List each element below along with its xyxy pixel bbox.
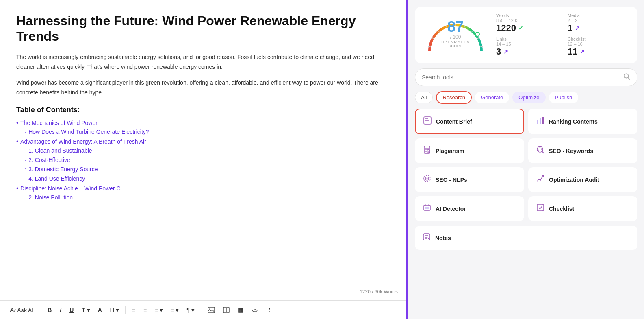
- tab-all[interactable]: All: [415, 92, 433, 103]
- toolbar-divider-2: [125, 306, 126, 314]
- article-panel: Harnessing the Future: Wind Power Renewa…: [0, 0, 406, 319]
- ask-ai-button[interactable]: Ai Ask AI: [7, 305, 37, 315]
- paragraph-button[interactable]: ¶ ▾: [184, 305, 197, 315]
- heading-button[interactable]: H ▾: [108, 305, 121, 315]
- optimization-audit-label: Optimization Audit: [549, 177, 599, 183]
- toc-link-noise[interactable]: 2. Noise Pollution: [28, 194, 73, 201]
- text-format-button[interactable]: T ▾: [79, 305, 92, 315]
- list-item: 1. Clean and Sustainable: [24, 147, 390, 154]
- tool-ranking-contents[interactable]: Ranking Contents: [528, 109, 637, 134]
- ordered-list-button[interactable]: ≡ ▾: [152, 305, 165, 315]
- search-input[interactable]: [422, 74, 620, 81]
- svg-point-33: [427, 178, 428, 179]
- link-button[interactable]: [249, 306, 261, 315]
- list-item: How Does a Wind Turbine Generate Electri…: [24, 128, 390, 135]
- link-icon: [251, 307, 258, 313]
- svg-rect-23: [542, 117, 544, 124]
- ai-detector-label: AI Detector: [436, 205, 466, 212]
- list-item: 3. Domestic Energy Source: [24, 166, 390, 173]
- list-item: 2. Cost-Effective: [24, 156, 390, 164]
- tool-grid: Content Brief Ranking Contents Plagiaris…: [415, 109, 637, 221]
- tab-optimize[interactable]: Optimize: [512, 92, 545, 103]
- optimization-gauge: 87 / 100 OPTIMIZATION SCORE: [423, 15, 488, 55]
- columns-button[interactable]: ▦: [235, 305, 245, 315]
- list-item: 4. Land Use Efficiency: [24, 175, 390, 182]
- toc-link-mechanics[interactable]: The Mechanics of Wind Power: [20, 120, 98, 126]
- image-icon: [208, 307, 215, 313]
- word-count: 1220 / 60k Words: [360, 289, 398, 295]
- align-center-button[interactable]: ≡: [141, 305, 149, 315]
- svg-rect-34: [424, 205, 430, 210]
- seo-nlps-label: SEO - NLPs: [436, 177, 467, 183]
- stat-media-label: Media: [568, 13, 629, 18]
- bullet-list-button[interactable]: ≡ ▾: [168, 305, 181, 315]
- tool-seo-nlps[interactable]: SEO - NLPs: [415, 167, 524, 192]
- tab-publish[interactable]: Publish: [549, 92, 579, 103]
- notes-icon: [422, 232, 431, 243]
- insert-button[interactable]: [221, 305, 232, 315]
- tool-notes[interactable]: Notes: [415, 226, 637, 250]
- list-item: 2. Noise Pollution: [24, 194, 390, 201]
- toc-link-turbine[interactable]: How Does a Wind Turbine Generate Electri…: [28, 129, 149, 135]
- stat-links: Links 14 – 15 3 ↗: [496, 37, 558, 57]
- seo-keywords-icon: [536, 145, 545, 156]
- filter-tabs: All Research Generate Optimize Publish: [415, 91, 637, 104]
- gauge-score: 87 / 100 OPTIMIZATION SCORE: [439, 20, 472, 48]
- stat-checklist: Checklist 12 – 16 11 ↗: [568, 37, 629, 57]
- stat-media: Media 2 – 2 1 ↗: [568, 13, 629, 33]
- stat-checklist-value: 11 ↗: [568, 46, 629, 57]
- ai-icon: Ai: [10, 306, 16, 313]
- toc-link-clean[interactable]: 1. Clean and Sustainable: [28, 147, 92, 154]
- image-button[interactable]: [205, 305, 217, 315]
- stat-media-range: 2 – 2: [568, 18, 629, 23]
- toolbar-divider-1: [41, 306, 41, 314]
- tab-research[interactable]: Research: [436, 91, 472, 104]
- ranking-contents-icon: [536, 116, 545, 127]
- ranking-contents-label: Ranking Contents: [549, 118, 598, 125]
- font-size-button[interactable]: A: [95, 305, 104, 315]
- tool-content-brief[interactable]: Content Brief: [415, 109, 524, 134]
- toc-link-discipline[interactable]: Discipline: Noise Achie... Wind Power C.…: [20, 185, 125, 192]
- tool-optimization-audit[interactable]: Optimization Audit: [528, 167, 637, 192]
- stat-checklist-label: Checklist: [568, 37, 629, 42]
- align-left-button[interactable]: ≡: [130, 305, 138, 315]
- score-number: 87: [439, 20, 472, 34]
- list-item: The Mechanics of Wind Power How Does a W…: [16, 119, 390, 135]
- svg-rect-21: [537, 120, 538, 124]
- editor-toolbar: Ai Ask AI B I U T ▾ A H ▾ ≡ ≡ ≡ ▾ ≡ ▾ ¶ …: [0, 300, 406, 319]
- score-label: OPTIMIZATION SCORE: [439, 40, 472, 48]
- svg-rect-35: [425, 207, 427, 209]
- tool-seo-keywords[interactable]: SEO - Keywords: [528, 138, 637, 163]
- svg-point-14: [475, 32, 479, 36]
- toc-link-land[interactable]: 4. Land Use Efficiency: [28, 175, 85, 182]
- seo-nlps-icon: [423, 174, 432, 185]
- stat-checklist-range: 12 – 16: [568, 42, 629, 46]
- arrow-icon-media: ↗: [575, 25, 580, 31]
- svg-rect-37: [537, 204, 544, 211]
- svg-line-5: [428, 46, 431, 47]
- optimization-audit-icon: [536, 174, 545, 185]
- stat-media-value: 1 ↗: [568, 23, 629, 33]
- seo-keywords-label: SEO - Keywords: [549, 148, 593, 154]
- search-icon[interactable]: [623, 73, 631, 82]
- tool-ai-detector[interactable]: AI Detector: [415, 196, 524, 221]
- checklist-label: Checklist: [549, 205, 574, 212]
- toc-link-cost[interactable]: 2. Cost-Effective: [28, 157, 70, 163]
- score-stats: Words 855 – 1283 1220 ✓ Media 2 – 2 1 ↗ …: [496, 13, 629, 57]
- tool-checklist[interactable]: Checklist: [528, 196, 637, 221]
- toc-link-advantages[interactable]: Advantages of Wind Energy: A Breath of F…: [20, 138, 146, 145]
- more-options-button[interactable]: ⋮: [264, 305, 275, 315]
- toolbar-divider-3: [201, 306, 201, 314]
- tab-generate[interactable]: Generate: [475, 92, 509, 103]
- ask-ai-label: Ask AI: [17, 307, 33, 313]
- toc-link-domestic[interactable]: 3. Domestic Energy Source: [28, 166, 98, 173]
- notes-label: Notes: [435, 235, 451, 241]
- italic-button[interactable]: I: [57, 305, 64, 315]
- toc-heading: Table of Contents:: [16, 106, 390, 114]
- list-item: Advantages of Wind Energy: A Breath of F…: [16, 138, 390, 182]
- tool-plagiarism[interactable]: Plagiarism: [415, 138, 524, 163]
- checklist-icon: [536, 203, 545, 214]
- underline-button[interactable]: U: [67, 305, 76, 315]
- bold-button[interactable]: B: [45, 305, 54, 315]
- plagiarism-icon: [423, 145, 432, 156]
